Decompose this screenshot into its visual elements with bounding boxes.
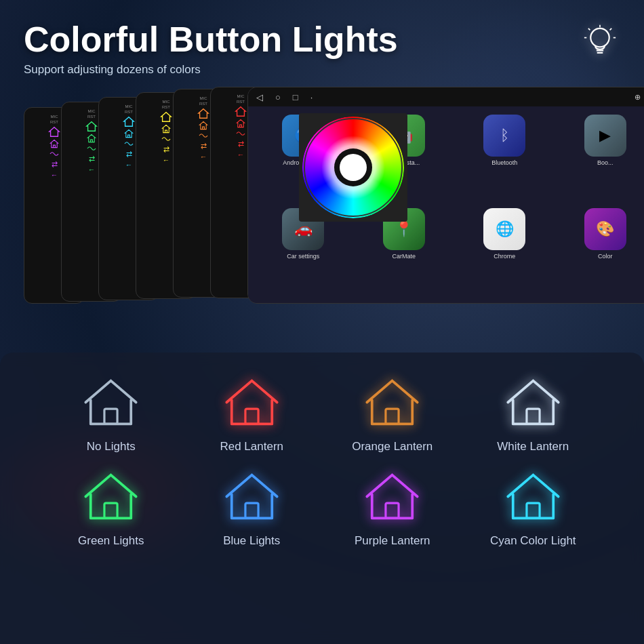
light-label: Green Lights: [78, 534, 144, 548]
bottom-panel: No Lights Red Lantern Orange Lantern Whi…: [0, 353, 644, 644]
light-item-white-lantern: White Lantern: [466, 373, 601, 454]
app-label: Bluetooth: [491, 159, 517, 166]
svg-point-0: [590, 28, 609, 47]
light-item-orange-lantern: Orange Lantern: [325, 373, 460, 454]
svg-text:←: ←: [51, 171, 58, 179]
svg-text:←: ←: [237, 150, 245, 159]
main-device-card: ◁ ○ □ · ⊕ ⋮ 🔵 An: [247, 87, 644, 304]
location-icon: ⊕: [635, 93, 641, 102]
android-app-grid: 🔵 AndroITS GP... 🤖 APK insta... ᛒ Blueto…: [248, 106, 644, 303]
light-item-no-lights: No Lights: [44, 373, 178, 454]
svg-rect-29: [104, 503, 117, 518]
house-icon-wrap: [81, 373, 142, 430]
android-nav: ◁ ○ □ ·: [256, 92, 313, 102]
app-label: Boo...: [597, 159, 613, 166]
house-icon-wrap: [221, 467, 282, 525]
light-item-purple-lantern: Purple Lantern: [325, 467, 460, 548]
light-label: White Lantern: [497, 440, 569, 454]
svg-text:⇄: ⇄: [163, 145, 169, 153]
light-item-red-lantern: Red Lantern: [185, 373, 319, 454]
house-icon-wrap: [502, 467, 563, 525]
light-item-blue-lights: Blue Lights: [185, 467, 319, 548]
light-label: Blue Lights: [223, 534, 280, 548]
svg-text:⇄: ⇄: [126, 150, 132, 158]
app-boot[interactable]: ▶ Boo...: [559, 115, 645, 201]
bulb-icon: [580, 24, 620, 67]
house-icon-wrap: [81, 467, 142, 525]
app-color[interactable]: 🎨 Color: [559, 208, 645, 295]
light-grid: No Lights Red Lantern Orange Lantern Whi…: [44, 373, 600, 548]
main-container: Colorful Button Lights Support adjusting…: [0, 0, 644, 644]
light-label: No Lights: [87, 440, 136, 454]
svg-text:←: ←: [200, 153, 207, 161]
svg-rect-26: [245, 409, 258, 424]
house-icon-wrap: [221, 373, 282, 430]
android-ui: ◁ ○ □ · ⊕ ⋮ 🔵 An: [248, 87, 644, 303]
svg-text:⇄: ⇄: [238, 140, 244, 148]
header-text: Colorful Button Lights Support adjusting…: [24, 20, 398, 77]
recents-nav-icon: □: [293, 92, 298, 102]
house-icon-wrap: [362, 467, 423, 525]
back-nav-icon: ◁: [256, 92, 263, 102]
svg-text:←: ←: [163, 156, 170, 164]
light-item-cyan-color-light: Cyan Color Light: [466, 467, 601, 548]
app-bluetooth[interactable]: ᛒ Bluetooth: [458, 115, 552, 201]
light-label: Red Lantern: [220, 440, 283, 454]
app-chrome[interactable]: 🌐 Chrome: [458, 208, 552, 295]
app-label: Car settings: [287, 253, 319, 260]
light-label: Purple Lantern: [355, 534, 430, 548]
android-status-icons: ⊕ ⋮: [635, 93, 644, 102]
house-icon-wrap: [502, 373, 563, 430]
light-label: Orange Lantern: [352, 440, 432, 454]
svg-rect-25: [104, 409, 117, 424]
svg-rect-27: [386, 409, 399, 424]
svg-rect-30: [245, 503, 258, 518]
svg-text:⇄: ⇄: [89, 155, 95, 163]
android-status-bar: ◁ ○ □ · ⊕ ⋮: [248, 87, 644, 106]
svg-rect-31: [386, 503, 399, 518]
app-label: Chrome: [494, 253, 515, 260]
device-section: MIC RST ⇄ ← MIC RST ⇄: [24, 87, 620, 317]
svg-text:⇄: ⇄: [201, 142, 207, 150]
home-nav-icon: ○: [275, 92, 281, 102]
main-title: Colorful Button Lights: [24, 20, 398, 59]
svg-line-5: [610, 28, 612, 31]
color-wheel-overlay: [299, 113, 407, 222]
app-label: Color: [598, 253, 613, 260]
svg-text:⇄: ⇄: [52, 160, 58, 168]
svg-rect-28: [527, 409, 540, 424]
header: Colorful Button Lights Support adjusting…: [24, 20, 620, 77]
svg-text:←: ←: [125, 161, 133, 169]
svg-point-24: [340, 154, 367, 181]
house-icon-wrap: [362, 373, 423, 430]
app-label: CarMate: [392, 253, 416, 260]
device-stack: MIC RST ⇄ ← MIC RST ⇄: [24, 87, 349, 310]
light-label: Cyan Color Light: [490, 534, 576, 548]
light-item-green-lights: Green Lights: [44, 467, 178, 548]
svg-text:←: ←: [88, 165, 96, 174]
dot-nav-icon: ·: [310, 92, 313, 102]
svg-line-4: [588, 28, 590, 31]
subtitle: Support adjusting dozens of colors: [24, 63, 398, 77]
svg-rect-32: [527, 503, 540, 518]
